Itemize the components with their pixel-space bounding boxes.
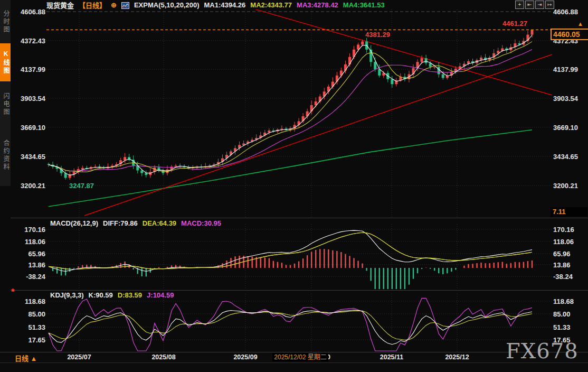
circle-plus-icon[interactable]: ⊕	[111, 1, 117, 9]
macd-tick: 170.16	[12, 226, 45, 234]
indicator-params: EXPMA(5,10,20,200)	[134, 1, 200, 9]
panel-separator	[11, 290, 588, 291]
panel-separator	[11, 218, 588, 218]
price-tick: 3434.65	[12, 153, 45, 161]
macd-tick: 13.86	[12, 261, 45, 269]
sidebar-item-contract-info[interactable]: 合约资料	[0, 129, 11, 182]
price-tick: 3669.10	[12, 124, 45, 132]
scale-right-icon[interactable]: ⇥	[535, 1, 544, 9]
period-tag[interactable]: 【日线】	[79, 0, 106, 10]
bottom-toolbar	[0, 363, 588, 372]
scale-left-icon[interactable]: ⇤	[525, 1, 534, 9]
symbol-name: 现货黄金	[46, 0, 74, 10]
peak-high-label: 4381.29	[365, 31, 390, 39]
ma4-value: MA4:3641.53	[343, 1, 385, 9]
kdj-tick: 85.00	[553, 310, 586, 318]
macd-tick: 118.06	[553, 238, 586, 246]
chart-tools: + ⇤ ⇥ ↦	[515, 1, 554, 9]
kdj-tick: 118.68	[12, 297, 45, 305]
chart-app: 分时图 K线图 闪电图 合约资料 现货黄金 【日线】 ⊕ EXPMA(5,10,…	[0, 0, 588, 372]
shift-right-icon[interactable]: ↦	[545, 1, 554, 9]
xaxis-month-label: 2025/11	[380, 354, 404, 361]
session-low-label: 3247.87	[69, 182, 94, 190]
macd-layer	[49, 230, 532, 289]
kdj-k-value: K:90.59	[89, 291, 113, 299]
ma3-value: MA3:4278.42	[297, 1, 338, 9]
macd-diff-value: DIFF:79.86	[103, 219, 138, 227]
kdj-title: KDJ(9,3,3)	[50, 291, 84, 299]
change-value-box: 7.11	[551, 207, 587, 217]
ma2-value: MA2:4343.77	[250, 1, 292, 9]
kdj-layer	[49, 298, 532, 351]
price-tick: 4372.43	[12, 37, 45, 45]
price-tick: 3903.54	[12, 95, 45, 103]
kdj-header: KDJ(9,3,3) K:90.59 D:83.59 J:104.59	[50, 291, 174, 299]
macd-dea-value: DEA:64.39	[143, 219, 176, 227]
chart-header: 现货黄金 【日线】 ⊕ EXPMA(5,10,20,200) MA1:4394.…	[46, 1, 385, 9]
price-tick: 3200.21	[553, 182, 586, 190]
price-tick: 4606.88	[553, 8, 586, 16]
macd-title: MACD(26,12,9)	[50, 219, 98, 227]
sidebar-item-kline-chart[interactable]: K线图	[0, 43, 11, 81]
macd-tick: 118.06	[12, 238, 45, 246]
macd-tick: 170.16	[553, 226, 586, 234]
date-tooltip: 2025/12/02 星期二	[272, 353, 328, 361]
period-selector[interactable]: 日线 ▲	[15, 353, 37, 363]
ma1-value: MA1:4394.26	[204, 1, 246, 9]
xaxis-month-label: 2025/08	[151, 354, 175, 361]
macd-tick: 13.86	[553, 261, 586, 269]
price-tick: 3669.10	[553, 124, 586, 132]
price-tick: 4137.99	[12, 66, 45, 73]
current-price-box: 4460.05	[551, 29, 588, 40]
kdj-tick: 17.65	[12, 336, 45, 344]
pan-icon[interactable]: +	[515, 1, 524, 9]
price-tick: 4137.99	[553, 66, 586, 73]
macd-tick: -38.24	[12, 273, 45, 281]
kdj-tick: 51.33	[553, 323, 586, 331]
price-tick: 4606.88	[12, 8, 45, 16]
price-tick: 3200.21	[12, 182, 45, 190]
sidebar-item-time-chart[interactable]: 分时图	[0, 2, 11, 41]
xaxis-month-label: 2025/12	[445, 354, 469, 361]
alert-star-icon[interactable]: *	[11, 287, 15, 297]
sidebar-item-flash-chart[interactable]: 闪电图	[0, 85, 11, 124]
macd-tick: 65.96	[553, 250, 586, 258]
kdj-tick: 118.68	[553, 297, 586, 305]
kdj-tick: 51.33	[12, 323, 45, 331]
session-high-label: 4461.27	[502, 20, 527, 27]
watermark: FX678	[506, 339, 578, 363]
price-tick: 3434.65	[553, 153, 586, 161]
macd-tick: 65.96	[12, 250, 45, 258]
xaxis-month-label: 2025/07	[67, 354, 91, 361]
kdj-tick: 85.00	[12, 310, 45, 318]
macd-value: MACD:30.95	[181, 219, 221, 227]
price-tick: 3903.54	[553, 95, 586, 103]
kdj-j-value: J:104.59	[147, 291, 174, 299]
mini-chart-icon[interactable]	[121, 2, 129, 8]
macd-header: MACD(26,12,9) DIFF:79.86 DEA:64.39 MACD:…	[50, 219, 221, 227]
main-price-layer	[46, 1, 552, 216]
kdj-d-value: D:83.59	[118, 291, 142, 299]
macd-tick: -38.24	[553, 273, 586, 281]
left-sidebar: 分时图 K线图 闪电图 合约资料	[0, 0, 11, 186]
price-up-arrow-icon: ▲	[577, 21, 583, 27]
xaxis-month-label: 2025/09	[233, 354, 257, 361]
